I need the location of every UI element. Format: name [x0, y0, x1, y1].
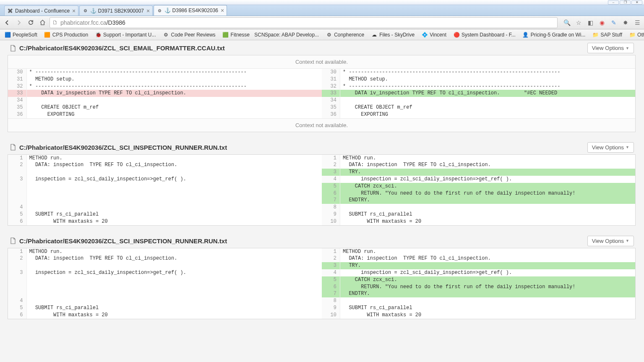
- page-info-icon[interactable]: 🗋: [52, 19, 58, 26]
- line-number-left[interactable]: 31: [8, 76, 26, 83]
- line-number-right[interactable]: 35: [322, 104, 340, 111]
- line-number-right[interactable]: 6: [322, 284, 340, 291]
- code-right: SUBMIT rs_ci_parallel: [340, 305, 636, 312]
- line-number-right[interactable]: 1: [322, 248, 340, 255]
- line-number-right[interactable]: 9: [322, 211, 340, 218]
- line-number-right[interactable]: 10: [322, 218, 340, 225]
- bookmark-0[interactable]: 🟦PeopleSoft: [2, 31, 40, 39]
- line-number-right[interactable]: 9: [322, 305, 340, 312]
- line-number-right[interactable]: 30: [322, 69, 340, 76]
- window-maximize[interactable]: ❐: [620, 0, 631, 5]
- line-number-right[interactable]: 2: [322, 161, 340, 169]
- line-number-left[interactable]: 6: [8, 218, 26, 225]
- line-number-right[interactable]: 5: [322, 183, 340, 190]
- line-number-left[interactable]: 33: [8, 90, 26, 97]
- browser-tab-0[interactable]: ✖️Dashboard - Confluence×: [4, 5, 78, 16]
- line-number-right[interactable]: 32: [322, 83, 340, 90]
- line-number-left[interactable]: 34: [8, 97, 26, 104]
- line-number-left[interactable]: [8, 290, 26, 297]
- line-number-left[interactable]: [8, 284, 26, 291]
- line-number-left[interactable]: [8, 169, 26, 176]
- bookmark-7[interactable]: ☁Files - SkyDrive: [368, 31, 417, 39]
- bookmark-9[interactable]: 🔴System Dashboard - F...: [451, 31, 518, 39]
- back-button[interactable]: [3, 18, 12, 27]
- bookmark-11[interactable]: 📁SAP Stuff: [589, 31, 625, 39]
- line-number-right[interactable]: 8: [322, 204, 340, 211]
- line-number-right[interactable]: 8: [322, 297, 340, 305]
- line-number-right[interactable]: 31: [322, 76, 340, 83]
- bookmark-3[interactable]: ⚙Code Peer Reviews: [160, 31, 218, 39]
- zoom-icon[interactable]: 🔍: [563, 18, 571, 27]
- line-number-right[interactable]: 34: [322, 97, 340, 104]
- context-not-available[interactable]: Context not available.: [8, 118, 635, 132]
- bookmark-2[interactable]: 🐞Support - Important U...: [92, 31, 158, 39]
- line-number-left[interactable]: 1: [8, 155, 26, 162]
- window-close[interactable]: ✕: [631, 0, 642, 5]
- code-right: inspection = zcl_sci_daily_inspection=>g…: [340, 176, 636, 183]
- line-number-left[interactable]: [8, 276, 26, 284]
- line-number-left[interactable]: 32: [8, 83, 26, 90]
- browser-tab-2[interactable]: ⚙⚓ D3986 ES4K902036×: [154, 5, 227, 16]
- line-number-left[interactable]: 35: [8, 104, 26, 111]
- line-number-left[interactable]: [8, 183, 26, 190]
- line-number-left[interactable]: 5: [8, 211, 26, 218]
- line-number-right[interactable]: 4: [322, 269, 340, 276]
- view-options-button[interactable]: View Options ▼: [587, 43, 634, 53]
- browser-tab-1[interactable]: ⚙⚓ D3971 SB2K900007×: [79, 5, 153, 16]
- line-number-right[interactable]: 1: [322, 155, 340, 162]
- line-number-right[interactable]: 5: [322, 276, 340, 284]
- address-bar[interactable]: 🗋 phabricator.fcc.ca/D3986: [50, 17, 558, 28]
- tab-close-icon[interactable]: ×: [221, 7, 224, 14]
- bookmark-6[interactable]: ⚙Conpherence: [323, 31, 367, 39]
- line-number-left[interactable]: 2: [8, 255, 26, 262]
- line-number-right[interactable]: 2: [322, 255, 340, 262]
- line-number-right[interactable]: 7: [322, 290, 340, 297]
- line-number-right[interactable]: 3: [322, 169, 340, 176]
- reload-button[interactable]: [26, 18, 35, 27]
- menu-icon[interactable]: ☰: [633, 18, 641, 27]
- line-number-left[interactable]: 3: [8, 176, 26, 183]
- line-number-left[interactable]: 4: [8, 297, 26, 305]
- line-number-right[interactable]: 3: [322, 262, 340, 269]
- forward-button[interactable]: [14, 18, 23, 27]
- bookmark-star-icon[interactable]: ☆: [574, 18, 583, 27]
- line-number-left[interactable]: 3: [8, 269, 26, 276]
- other-bookmarks[interactable]: 📁Other bookmarks: [626, 31, 644, 39]
- page-content[interactable]: C:/Phabricator/ES4K902036/ZCL_SCI_EMAIL_…: [0, 40, 644, 362]
- bookmark-1[interactable]: 🟧CPS Production: [42, 31, 91, 39]
- tab-close-icon[interactable]: ×: [72, 8, 76, 14]
- code-right: [340, 204, 636, 211]
- line-number-right[interactable]: 4: [322, 176, 340, 183]
- window-minimize[interactable]: –: [608, 0, 619, 5]
- view-options-button[interactable]: View Options ▼: [587, 236, 634, 246]
- tab-close-icon[interactable]: ×: [146, 8, 150, 14]
- line-number-left[interactable]: 4: [8, 204, 26, 211]
- bookmark-4[interactable]: 🟩Fitnesse: [220, 31, 252, 39]
- line-number-left[interactable]: [8, 190, 26, 197]
- line-number-left[interactable]: 2: [8, 161, 26, 169]
- code-right: METHOD setup.: [340, 76, 636, 83]
- line-number-right[interactable]: 33: [322, 90, 340, 97]
- line-number-left[interactable]: [8, 197, 26, 204]
- extension-icon-3[interactable]: ✎: [610, 18, 618, 27]
- bookmark-10[interactable]: 👤Pricing-5 Gradle on Wi...: [520, 31, 588, 39]
- extension-icon-2[interactable]: ◉: [598, 18, 606, 27]
- diff-table: 1METHOD run.1METHOD run.2 DATA: inspecti…: [8, 248, 635, 319]
- line-number-left[interactable]: 6: [8, 312, 26, 319]
- line-number-right[interactable]: 10: [322, 312, 340, 319]
- line-number-left[interactable]: [8, 262, 26, 269]
- line-number-left[interactable]: 36: [8, 111, 26, 118]
- bookmark-8[interactable]: 💠Vincent: [419, 31, 449, 39]
- home-button[interactable]: [38, 18, 47, 27]
- extension-icon-1[interactable]: ◧: [586, 18, 594, 27]
- context-not-available[interactable]: Context not available.: [8, 55, 635, 69]
- line-number-left[interactable]: 30: [8, 69, 26, 76]
- extension-icon-4[interactable]: ✸: [621, 18, 630, 27]
- line-number-left[interactable]: 1: [8, 248, 26, 255]
- view-options-button[interactable]: View Options ▼: [587, 142, 634, 153]
- line-number-right[interactable]: 7: [322, 197, 340, 204]
- line-number-left[interactable]: 5: [8, 305, 26, 312]
- line-number-right[interactable]: 36: [322, 111, 340, 118]
- line-number-right[interactable]: 6: [322, 190, 340, 197]
- bookmark-5[interactable]: SCNSpace: ABAP Develop...: [254, 31, 321, 39]
